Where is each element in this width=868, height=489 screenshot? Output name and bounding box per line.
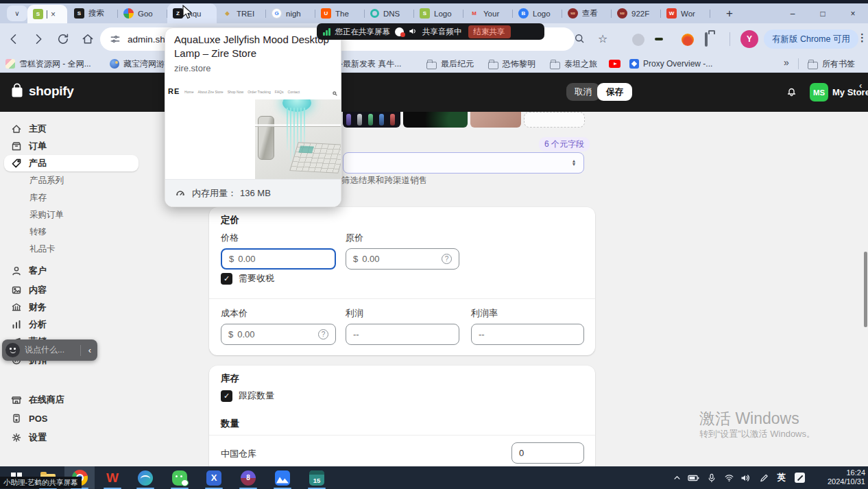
browser-tab[interactable]: DNS bbox=[365, 3, 414, 23]
home-icon[interactable] bbox=[81, 32, 95, 46]
minimize-button[interactable]: – bbox=[777, 9, 808, 19]
sidebar-item-采购订单[interactable]: 采购订单 bbox=[4, 206, 138, 223]
sidebar-item-订单[interactable]: 订单 bbox=[4, 138, 138, 154]
compare-price-input[interactable]: $ 0.00 ? bbox=[346, 248, 459, 270]
close-button[interactable]: × bbox=[838, 9, 868, 19]
extensions-puzzle-icon[interactable] bbox=[705, 32, 708, 47]
extension-icon[interactable] bbox=[632, 34, 644, 46]
cost-input[interactable]: $ 0.00 ? bbox=[221, 324, 336, 345]
chat-input[interactable]: 说点什么... bbox=[25, 344, 75, 356]
taskbar-clock[interactable]: 16:24 2024/10/31 bbox=[813, 468, 865, 486]
taskbar-app-calendar[interactable]: 15 bbox=[302, 466, 332, 489]
sidebar-item-主页[interactable]: 主页 bbox=[4, 121, 138, 137]
bookmark-item[interactable]: 读-最新发表 真牛... bbox=[332, 58, 401, 70]
chrome-update-button[interactable]: 有新版 Chrome 可用 bbox=[764, 29, 858, 49]
checkbox-checked-icon[interactable]: ✓ bbox=[221, 273, 232, 285]
bookmark-item[interactable]: 雪糕资源网 - 全网... bbox=[5, 58, 91, 70]
browser-tab[interactable]: 922查看 bbox=[562, 3, 612, 23]
notes-tray-icon[interactable] bbox=[792, 466, 807, 489]
back-icon[interactable] bbox=[7, 32, 21, 46]
browser-tab[interactable]: S搜索 bbox=[69, 3, 118, 23]
stop-sharing-button[interactable]: 结束共享 bbox=[468, 25, 511, 38]
browser-tab[interactable]: MYour bbox=[463, 3, 513, 23]
sidebar-item-客户[interactable]: 客户 bbox=[4, 263, 138, 279]
new-tab-button[interactable]: + bbox=[721, 5, 738, 22]
sidebar-item-内容[interactable]: 内容 bbox=[4, 282, 138, 298]
bookmarks-overflow-icon[interactable]: » bbox=[784, 57, 789, 68]
sidebar-item-财务[interactable]: 财务 bbox=[4, 299, 138, 315]
taskbar-app-wechat[interactable] bbox=[165, 466, 195, 489]
shopify-logo[interactable]: shopify bbox=[10, 83, 73, 99]
profit-input[interactable]: -- bbox=[346, 324, 459, 345]
product-media-thumbnail[interactable] bbox=[343, 112, 400, 128]
tray-chevron-icon[interactable] bbox=[669, 466, 684, 489]
menu-kebab-icon[interactable]: ⋮ bbox=[857, 32, 867, 44]
help-icon[interactable]: ? bbox=[318, 329, 328, 339]
taskbar-app-app8[interactable]: 8 bbox=[233, 466, 263, 489]
tab-close-icon[interactable]: × bbox=[51, 10, 56, 19]
bookmark-item[interactable]: 恐怖黎明 bbox=[488, 58, 535, 70]
browser-tab[interactable]: BLogo bbox=[513, 3, 562, 23]
battery-icon[interactable] bbox=[686, 466, 702, 489]
active-tab[interactable]: S × bbox=[27, 5, 67, 23]
bookmark-item[interactable]: Proxy Overview -... bbox=[629, 58, 712, 70]
scrollbar-thumb[interactable] bbox=[864, 252, 867, 327]
save-button[interactable]: 保存 bbox=[597, 83, 632, 101]
ime-indicator[interactable]: 英 bbox=[774, 466, 789, 489]
browser-tab[interactable]: Gnigh bbox=[266, 3, 315, 23]
sidebar-item-礼品卡[interactable]: 礼品卡 bbox=[4, 241, 138, 257]
collapse-chevron-icon[interactable]: ‹ bbox=[859, 80, 862, 91]
bookmark-item[interactable]: 最后纪元 bbox=[426, 58, 474, 70]
bookmark-item[interactable]: 泰坦之旅 bbox=[550, 58, 597, 70]
browser-tab[interactable]: SLogo bbox=[414, 3, 463, 23]
microphone-icon[interactable] bbox=[704, 466, 719, 489]
forward-icon[interactable] bbox=[32, 32, 45, 46]
browser-tab[interactable]: UThe bbox=[315, 3, 365, 23]
bookmark-item[interactable] bbox=[609, 58, 620, 70]
taskbar-app-wps[interactable]: W bbox=[97, 466, 128, 489]
profile-avatar[interactable]: Y bbox=[740, 30, 758, 48]
taskbar-app-xapp[interactable]: X bbox=[199, 466, 229, 489]
margin-input[interactable]: -- bbox=[471, 324, 584, 345]
bookmark-star-icon[interactable]: ☆ bbox=[598, 32, 607, 46]
extension-icon[interactable] bbox=[682, 34, 694, 46]
sidebar-item-分析[interactable]: 分析 bbox=[4, 316, 138, 333]
product-media-thumbnail[interactable] bbox=[403, 112, 468, 128]
help-icon[interactable]: ? bbox=[442, 254, 452, 264]
sidebar-item-在线商店[interactable]: 在线商店 bbox=[4, 392, 138, 408]
store-avatar[interactable]: MS bbox=[810, 83, 828, 102]
checkbox-checked-icon[interactable]: ✓ bbox=[221, 390, 232, 402]
chat-assistant-widget[interactable]: 说点什么... ‹ bbox=[2, 339, 97, 361]
category-select[interactable]: ▴▾ bbox=[343, 152, 584, 174]
wifi-icon[interactable] bbox=[721, 466, 736, 489]
browser-tab[interactable]: WWor bbox=[661, 3, 710, 23]
bookmark-item[interactable]: 藏宝湾网游... bbox=[110, 58, 171, 70]
add-media-tile[interactable] bbox=[524, 112, 585, 128]
charge-tax-checkbox-row[interactable]: ✓ 需要收税 bbox=[221, 272, 274, 285]
all-bookmarks[interactable]: 所有书签 bbox=[808, 58, 855, 70]
price-input[interactable]: $ 0.00 bbox=[221, 248, 336, 270]
maximize-button[interactable]: □ bbox=[808, 9, 838, 19]
volume-icon[interactable] bbox=[738, 466, 753, 489]
sidebar-item-settings[interactable]: 设置 bbox=[4, 429, 138, 446]
sidebar-item-产品系列[interactable]: 产品系列 bbox=[4, 172, 138, 189]
tab-search-button[interactable]: ∨ bbox=[7, 5, 27, 21]
browser-tab[interactable]: ◆TREI bbox=[217, 3, 266, 23]
sidebar-item-产品[interactable]: 产品 bbox=[4, 155, 138, 171]
browser-tab[interactable]: Goo bbox=[118, 3, 167, 23]
sidebar-item-库存[interactable]: 库存 bbox=[4, 189, 138, 206]
sidebar-item-POS[interactable]: POS bbox=[4, 410, 138, 427]
track-quantity-checkbox-row[interactable]: ✓ 跟踪数量 bbox=[221, 390, 274, 402]
taskbar-app-lanhu[interactable] bbox=[267, 466, 298, 489]
collapse-left-icon[interactable]: ‹ bbox=[86, 345, 94, 355]
quantity-input[interactable]: 0 bbox=[511, 442, 584, 464]
browser-tab[interactable]: 922922F bbox=[612, 3, 661, 23]
sidebar-item-转移[interactable]: 转移 bbox=[4, 224, 138, 240]
metafields-link[interactable]: 6 个元字段 bbox=[539, 137, 590, 152]
search-icon[interactable] bbox=[573, 32, 586, 47]
notifications-bell-icon[interactable] bbox=[786, 86, 797, 100]
reload-icon[interactable] bbox=[56, 32, 70, 46]
pen-icon[interactable] bbox=[756, 466, 771, 489]
store-name[interactable]: My Store bbox=[832, 87, 868, 97]
taskbar-app-sunlogin[interactable] bbox=[130, 466, 160, 489]
